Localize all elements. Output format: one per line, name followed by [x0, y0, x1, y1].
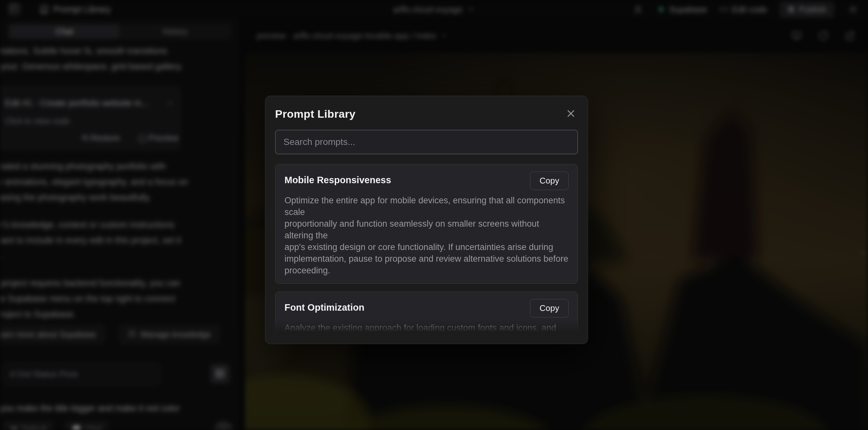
close-icon — [566, 109, 576, 119]
prompt-body: Optimize the entire app for mobile devic… — [284, 194, 568, 276]
prompt-card-font-optimization: Font Optimization Copy Analyze the exist… — [275, 291, 578, 336]
close-button[interactable] — [564, 107, 578, 121]
modal-title: Prompt Library — [275, 108, 355, 120]
prompt-body: Analyze the existing approach for loadin… — [284, 322, 568, 336]
modal-header: Prompt Library — [275, 106, 578, 122]
prompt-library-modal: Prompt Library Mobile Responsiveness Cop… — [265, 96, 588, 344]
copy-button[interactable]: Copy — [530, 172, 568, 190]
screenshot-root: Prompt Library arffs-cloud-voyage Supaba… — [0, 0, 868, 430]
prompt-title: Font Optimization — [284, 299, 364, 313]
prompt-card-mobile-responsiveness: Mobile Responsiveness Copy Optimize the … — [275, 164, 578, 284]
prompt-title: Mobile Responsiveness — [284, 172, 391, 185]
copy-button[interactable]: Copy — [530, 299, 568, 317]
search-prompts-input[interactable] — [275, 130, 578, 154]
prompt-list: Mobile Responsiveness Copy Optimize the … — [275, 164, 578, 336]
